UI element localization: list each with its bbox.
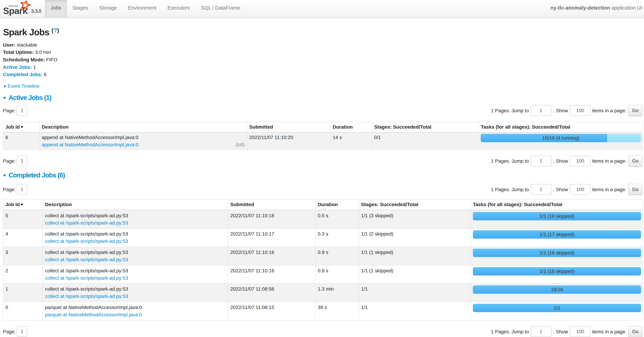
svg-text:Spark: Spark — [3, 6, 28, 16]
svg-text:TM: TM — [27, 12, 29, 13]
